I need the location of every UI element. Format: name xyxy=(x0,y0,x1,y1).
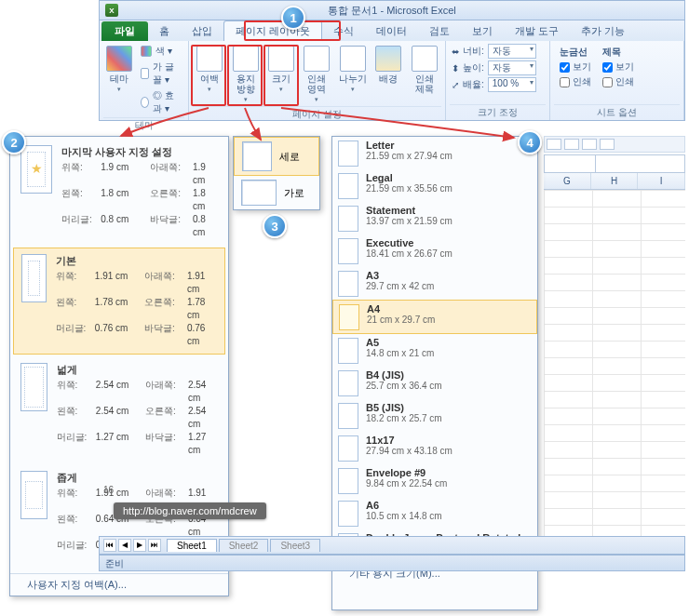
orientation-dropdown: 세로 가로 xyxy=(233,136,320,210)
theme-colors-button[interactable]: 색 ▾ xyxy=(138,44,183,59)
gridlines-print-checkbox[interactable]: 인쇄 xyxy=(558,74,593,89)
tab-review[interactable]: 검토 xyxy=(418,21,461,41)
size-option-statement[interactable]: Statement13.97 cm x 21.59 cm xyxy=(332,202,537,234)
tab-addins[interactable]: 추가 기능 xyxy=(570,21,636,41)
margins-custom[interactable]: 사용자 지정 여백(A)... xyxy=(10,573,228,596)
paper-icon xyxy=(338,206,358,232)
ribbon: 테마 ▾ 색 ▾ 가 글꼴 ▾ ◎ 효과 ▾ 테마 여백▾ 용지 방향▾ 크기▾… xyxy=(99,41,685,121)
breaks-icon xyxy=(340,46,366,72)
scale-icon: ⤢ xyxy=(452,80,459,90)
margins-button[interactable]: 여백▾ xyxy=(193,43,226,96)
orientation-landscape[interactable]: 가로 xyxy=(234,176,319,209)
paper-icon xyxy=(339,304,359,330)
margin-option-0[interactable]: 마지막 사용자 지정 설정위쪽:1.9 cm아래쪽:1.9 cm왼쪽:1.8 c… xyxy=(13,140,225,245)
group-sheet-options: 눈금선 보기 인쇄 제목 보기 인쇄 시트 옵션 xyxy=(550,41,684,120)
colors-icon xyxy=(141,46,152,57)
sheet-nav-next-icon[interactable]: ▶ xyxy=(133,539,146,552)
print-area-button[interactable]: 인쇄 영역▾ xyxy=(300,43,333,106)
height-field[interactable]: 자동 xyxy=(488,60,536,75)
size-option-a5[interactable]: A514.8 cm x 21 cm xyxy=(332,334,537,367)
size-option-a6[interactable]: A610.5 cm x 14.8 cm xyxy=(332,497,537,529)
themes-button[interactable]: 테마 ▾ xyxy=(103,43,135,96)
column-headers[interactable]: G H I xyxy=(544,173,685,190)
size-option-11x17[interactable]: 11x1727.94 cm x 43.18 cm xyxy=(332,432,537,464)
callout-badge-2: 2 xyxy=(2,130,26,154)
formula-bar[interactable] xyxy=(596,154,685,173)
paper-icon xyxy=(338,141,358,167)
size-option-a3[interactable]: A329.7 cm x 42 cm xyxy=(332,267,537,300)
size-option-a4[interactable]: A421 cm x 29.7 cm xyxy=(332,300,537,334)
paper-icon xyxy=(338,370,358,396)
orientation-button[interactable]: 용지 방향▾ xyxy=(228,43,262,106)
print-titles-icon xyxy=(412,46,438,72)
margins-icon xyxy=(196,46,223,72)
size-option-b5-jis-[interactable]: B5 (JIS)18.2 cm x 25.7 cm xyxy=(332,399,537,432)
ribbon-tabs: 파일 홈 삽입 페이지 레이아웃 수식 데이터 검토 보기 개발 도구 추가 기… xyxy=(99,20,685,41)
tab-formulas[interactable]: 수식 xyxy=(322,21,365,41)
sheet-tab-2[interactable]: Sheet2 xyxy=(219,539,269,552)
view-switcher[interactable] xyxy=(544,136,685,153)
size-option-legal[interactable]: Legal21.59 cm x 35.56 cm xyxy=(332,169,537,202)
headings-view-checkbox[interactable]: 보기 xyxy=(601,60,636,74)
scale-field[interactable]: 100 % xyxy=(488,77,536,92)
sheet-tab-3[interactable]: Sheet3 xyxy=(270,539,320,552)
titlebar: X 통합 문서1 - Microsoft Excel xyxy=(99,0,685,20)
gridlines-title: 눈금선 xyxy=(558,45,593,60)
width-field[interactable]: 자동 xyxy=(488,44,536,59)
headings-print-checkbox[interactable]: 인쇄 xyxy=(601,74,636,89)
size-option-envelope-9[interactable]: Envelope #99.84 cm x 22.54 cm xyxy=(332,464,537,497)
sheet-tab-bar: ⏮ ◀ ▶ ⏭ Sheet1 Sheet2 Sheet3 xyxy=(99,536,685,555)
status-bar: 준비 xyxy=(99,555,685,571)
print-titles-button[interactable]: 인쇄 제목 xyxy=(408,43,441,97)
theme-fonts-button[interactable]: 가 글꼴 ▾ xyxy=(138,60,183,87)
gridlines-view-checkbox[interactable]: 보기 xyxy=(558,60,593,74)
size-option-executive[interactable]: Executive18.41 cm x 26.67 cm xyxy=(332,234,537,267)
tab-developer[interactable]: 개발 도구 xyxy=(504,21,570,41)
window-title: 통합 문서1 - Microsoft Excel xyxy=(328,4,456,18)
themes-icon xyxy=(106,46,132,72)
portrait-icon xyxy=(242,141,272,171)
group-scale: ⬌너비:자동 ⬍높이:자동 ⤢배율:100 % 크기 조정 xyxy=(446,41,550,120)
group-theme: 테마 ▾ 색 ▾ 가 글꼴 ▾ ◎ 효과 ▾ 테마 xyxy=(100,41,189,120)
sheet-nav-first-icon[interactable]: ⏮ xyxy=(103,539,116,552)
view-break-icon[interactable] xyxy=(582,139,597,150)
tab-home[interactable]: 홈 xyxy=(148,21,181,41)
tab-page-layout[interactable]: 페이지 레이아웃 xyxy=(223,20,322,41)
sheet-nav[interactable]: ⏮ ◀ ▶ ⏭ xyxy=(100,539,165,552)
excel-logo-icon: X xyxy=(105,4,118,17)
margin-thumb-icon xyxy=(21,254,47,302)
margin-option-1[interactable]: 기본위쪽:1.91 cm아래쪽:1.91 cm왼쪽:1.78 cm오른쪽:1.7… xyxy=(13,248,225,355)
row-number-label: 16 xyxy=(103,485,114,495)
size-icon xyxy=(268,46,294,72)
tab-file[interactable]: 파일 xyxy=(101,21,148,41)
margin-option-2[interactable]: 넓게위쪽:2.54 cm아래쪽:2.54 cm왼쪽:2.54 cm오른쪽:2.5… xyxy=(13,357,225,462)
paper-icon xyxy=(338,435,358,462)
landscape-icon xyxy=(241,180,277,206)
size-option-letter[interactable]: Letter21.59 cm x 27.94 cm xyxy=(332,137,537,169)
tab-insert[interactable]: 삽입 xyxy=(181,21,223,41)
margin-info: 기본위쪽:1.91 cm아래쪽:1.91 cm왼쪽:1.78 cm오른쪽:1.7… xyxy=(56,254,217,348)
orientation-portrait[interactable]: 세로 xyxy=(234,137,319,176)
background-button[interactable]: 배경 xyxy=(372,43,405,87)
sheet-tab-1[interactable]: Sheet1 xyxy=(167,539,217,552)
tab-view[interactable]: 보기 xyxy=(461,21,504,41)
theme-effects-button[interactable]: ◎ 효과 ▾ xyxy=(138,88,183,116)
worksheet-grid[interactable]: G H I xyxy=(544,173,685,536)
view-custom-icon[interactable] xyxy=(600,139,615,150)
view-layout-icon[interactable] xyxy=(564,139,579,150)
paper-icon xyxy=(338,403,358,429)
background-icon xyxy=(375,46,401,72)
width-icon: ⬌ xyxy=(452,47,459,57)
cells[interactable] xyxy=(544,190,685,536)
group-page-setup: 여백▾ 용지 방향▾ 크기▾ 인쇄 영역▾ 나누기▾ 배경 인쇄 제목 페이지 … xyxy=(189,41,446,120)
sheet-nav-last-icon[interactable]: ⏭ xyxy=(148,539,161,552)
name-box[interactable] xyxy=(544,154,596,173)
sheet-nav-prev-icon[interactable]: ◀ xyxy=(118,539,131,552)
size-button[interactable]: 크기▾ xyxy=(264,43,298,96)
view-normal-icon[interactable] xyxy=(547,139,561,150)
size-option-b4-jis-[interactable]: B4 (JIS)25.7 cm x 36.4 cm xyxy=(332,367,537,399)
tab-data[interactable]: 데이터 xyxy=(365,21,418,41)
breaks-button[interactable]: 나누기▾ xyxy=(336,43,370,96)
formula-bar-row xyxy=(544,154,685,173)
paper-icon xyxy=(338,338,358,364)
